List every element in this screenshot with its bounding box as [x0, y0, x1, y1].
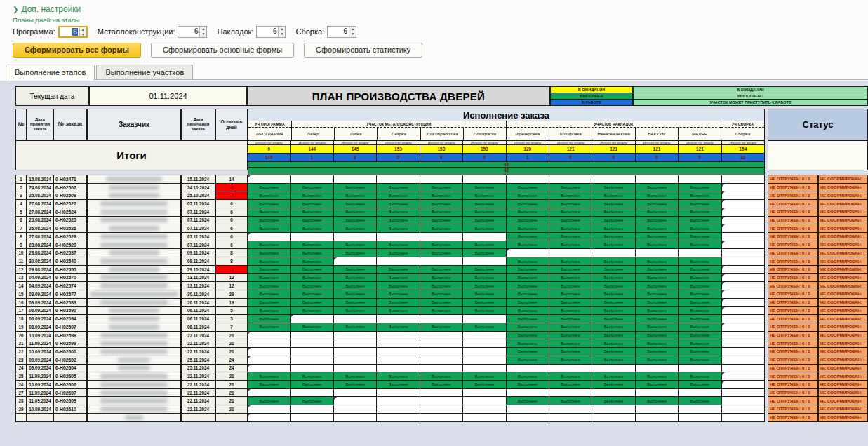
tab-section-execution[interactable]: Выполнение участков: [96, 65, 193, 79]
plan-title: ПЛАН ПРОИЗВОДСТВА ДВЕРЕЙ: [247, 86, 550, 106]
assembly-spinner-arrows[interactable]: ▲▼: [349, 27, 356, 37]
order-number-cell[interactable]: [53, 413, 87, 422]
expand-chevron-icon: ❯: [13, 6, 18, 13]
stage-header: ПРОГРАММА: [248, 128, 291, 140]
totals-grid: Итого по этапуИтого по этапуИтого по эта…: [248, 140, 765, 170]
blurred-customer-text: [100, 201, 167, 206]
legend-descriptions: В ОЖИДАНИИ ВЫПОЛНЕНО УЧАСТОК МОЖЕТ ПРИСТ…: [633, 86, 868, 106]
stage-groups: УЧ ПРОГРАММА ПРОГРАММА УЧАСТОК МЕТАЛЛОКО…: [248, 121, 764, 140]
spinner-up-icon[interactable]: ▲: [80, 27, 86, 32]
col-header-status: Статус: [768, 109, 868, 140]
generate-statistics-button[interactable]: Сформировать статистику: [304, 43, 422, 58]
program-spinner-label: Программа:: [13, 27, 55, 36]
assembly-spinner-value: 6: [328, 27, 349, 37]
blurred-customer-text: [109, 250, 160, 255]
stage-cell[interactable]: [678, 413, 721, 422]
metal-spinner-label: Металлоконструкции:: [98, 27, 175, 36]
generate-main-forms-button[interactable]: Сформировать основные формы: [151, 43, 294, 58]
stage-cell[interactable]: [635, 413, 679, 422]
current-date-value[interactable]: 01.11.2024: [89, 86, 247, 106]
group-overlays-label: УЧАСТОК НАКЛАДОК: [507, 121, 721, 128]
spinner-up-icon[interactable]: ▲: [279, 27, 285, 32]
assembly-spinner[interactable]: 6 ▲▼: [327, 26, 356, 38]
assembly-spinner-label: Сборка:: [295, 27, 324, 36]
totals-status-spacer: [768, 140, 868, 170]
spinner-up-icon[interactable]: ▲: [200, 27, 206, 32]
group-program-label: УЧ ПРОГРАММА: [248, 121, 291, 128]
blurred-customer-text: [109, 308, 160, 313]
stage-header: Фрезеровка: [507, 128, 549, 140]
additional-settings-link[interactable]: ❯Доп. настройки: [13, 4, 81, 14]
stage-cell[interactable]: [420, 413, 463, 422]
accept-date-cell[interactable]: [27, 413, 53, 422]
blurred-customer-text: [100, 210, 167, 215]
form-buttons-row: Сформировать все формы Сформировать осно…: [13, 43, 422, 58]
metal-spinner-value: 6: [178, 27, 199, 37]
group-overlays: УЧАСТОК НАКЛАДОК Фрезеровка Шлифовка Нан…: [506, 121, 721, 140]
stage-cell[interactable]: [506, 413, 549, 422]
blurred-customer-text: [100, 259, 167, 264]
row-number-cell[interactable]: [15, 413, 27, 422]
stage-cell[interactable]: [462, 413, 506, 422]
blurred-customer-text: [100, 398, 167, 403]
blurred-customer-text: [118, 365, 150, 370]
blurred-customer-text: [100, 382, 167, 387]
execution-header: Исполнение заказа УЧ ПРОГРАММА ПРОГРАММА…: [248, 109, 765, 140]
blurred-customer-text: [109, 185, 160, 190]
status-not-shipped-cell[interactable]: НЕ ОТГРУЖЕН: 0 / 0: [768, 413, 818, 422]
totals-label: Итоги: [15, 140, 248, 170]
blurred-customer-text: [100, 300, 167, 305]
stage-header: Шлифовка: [549, 128, 592, 140]
stage-cell[interactable]: [721, 413, 765, 422]
program-spinner-arrows[interactable]: ▲▼: [79, 27, 86, 36]
overlays-spinner[interactable]: 6 ▲▼: [256, 26, 286, 38]
stage-day-plans-row: Программа: 6 ▲▼ Металлоконструкции: 6 ▲▼…: [13, 25, 366, 38]
metal-spinner-arrows[interactable]: ▲▼: [199, 27, 206, 37]
stage-cell[interactable]: [376, 413, 420, 422]
blurred-customer-text: [109, 193, 160, 198]
blurred-customer-text: [109, 267, 160, 272]
stage-cell[interactable]: [549, 413, 592, 422]
stage-cell[interactable]: [290, 413, 333, 422]
program-spinner-value: 6: [72, 28, 78, 36]
execution-title: Исполнение заказа: [248, 109, 764, 121]
legend-inwork-key: В РАБОТЕ: [550, 99, 633, 106]
overlays-spinner-arrows[interactable]: ▲▼: [278, 27, 285, 37]
stage-header: Нанесение клея: [592, 128, 634, 140]
stage-header: Сварка: [377, 128, 420, 140]
group-program: УЧ ПРОГРАММА ПРОГРАММА: [248, 121, 291, 140]
blurred-customer-text: [125, 415, 143, 420]
totals-done-row: 43423434343466666666661: [248, 162, 765, 170]
days-left-cell[interactable]: [215, 413, 248, 422]
stage-cell[interactable]: [247, 413, 291, 422]
end-date-cell[interactable]: [181, 413, 215, 422]
col-header-order-no: № заказа: [53, 109, 87, 140]
spinner-down-icon[interactable]: ▼: [80, 32, 86, 37]
group-metal: УЧАСТОК МЕТАЛЛОКОНСТРУКЦИИ Лазер Гибка С…: [291, 121, 506, 140]
spinner-up-icon[interactable]: ▲: [349, 27, 356, 32]
tab-stage-execution[interactable]: Выполнение этапов: [6, 65, 95, 80]
program-spinner[interactable]: 6 ▲▼: [58, 26, 88, 38]
spinner-down-icon[interactable]: ▼: [200, 32, 206, 37]
blurred-customer-text: [100, 333, 167, 338]
blurred-customer-text: [100, 374, 167, 379]
stage-cell[interactable]: [592, 413, 635, 422]
overlays-spinner-label: Накладок:: [217, 27, 253, 36]
stage-cell[interactable]: [333, 413, 377, 422]
left-headers: № Дата принятия заказа № заказа Заказчик…: [15, 109, 248, 140]
col-header-days-left: Осталось дней: [215, 109, 248, 140]
stage-header: П/покраска: [463, 128, 506, 140]
blurred-customer-text: [100, 243, 167, 248]
status-not-formed-cell[interactable]: НЕ СФОРМИРОВАН:: [818, 413, 868, 422]
metal-spinner[interactable]: 6 ▲▼: [178, 26, 207, 38]
blurred-customer-text: [100, 407, 167, 412]
stage-header: ВАКУУМ: [635, 128, 678, 140]
blurred-customer-text: [100, 217, 167, 222]
customer-cell[interactable]: [87, 413, 181, 422]
spinner-down-icon[interactable]: ▼: [349, 32, 356, 37]
group-metal-label: УЧАСТОК МЕТАЛЛОКОНСТРУКЦИИ: [292, 121, 506, 128]
spinner-down-icon[interactable]: ▼: [279, 32, 285, 37]
stage-header: Гибка: [334, 128, 377, 140]
tab-strip: Выполнение этапов Выполнение участков: [6, 65, 868, 80]
generate-all-forms-button[interactable]: Сформировать все формы: [13, 43, 141, 58]
